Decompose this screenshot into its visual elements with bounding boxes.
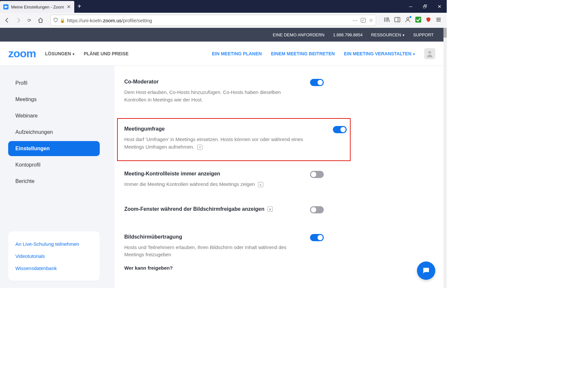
setting-screen-share: Bildschirmübertragung Hosts und Teilnehm… [124, 234, 327, 271]
browser-tab-strip: Meine Einstellungen - Zoom ✕ + ─ 🗗 ✕ [0, 0, 447, 13]
setting-desc: Dem Host erlauben, Co-Hosts hinzuzufügen… [124, 89, 297, 103]
forward-button[interactable] [14, 16, 23, 25]
page-viewport: EINE DEMO ANFORDERN 1.888.799.8854 RESSO… [0, 28, 443, 288]
sidebar-icon[interactable] [394, 17, 400, 24]
chat-button[interactable] [417, 261, 435, 280]
request-demo-link[interactable]: EINE DEMO ANFORDERN [273, 32, 324, 37]
toggle-toolbar[interactable] [310, 171, 324, 178]
sidebar-item-recordings[interactable]: Aufzeichnungen [8, 125, 100, 140]
setting-co-moderator: Co-Moderator Dem Host erlauben, Co-Hosts… [124, 79, 327, 103]
url-text: https://uni-koeln.zoom.us/profile/settin… [67, 18, 351, 23]
back-button[interactable] [3, 16, 12, 25]
help-icon[interactable]: v [268, 207, 273, 212]
settings-panel: Co-Moderator Dem Host erlauben, Co-Hosts… [114, 66, 443, 288]
home-button[interactable] [36, 16, 45, 25]
window-controls: ─ 🗗 ✕ [404, 0, 447, 13]
main-nav: zoom LÖSUNGEN PLÄNE UND PREISE EIN MEETI… [0, 42, 443, 66]
sidebar-item-reports[interactable]: Berichte [8, 174, 100, 189]
setting-toolbar: Meeting-Kontrollleiste immer anzeigen Im… [124, 171, 327, 188]
lock-icon[interactable]: 🔒 [60, 18, 65, 23]
phone-link[interactable]: 1.888.799.8854 [333, 32, 362, 37]
shield-icon[interactable] [53, 18, 58, 23]
sidebar-item-meetings[interactable]: Meetings [8, 92, 100, 107]
setting-desc: Host darf 'Umfragen' in Meetings einsetz… [124, 136, 320, 151]
account-icon[interactable] [405, 17, 411, 24]
setting-desc: Immer die Meeting Kontrollen während des… [124, 181, 297, 188]
close-window-button[interactable]: ✕ [432, 0, 447, 13]
zoom-favicon [3, 4, 9, 9]
minimize-button[interactable]: ─ [404, 0, 418, 13]
toggle-polling[interactable] [333, 126, 347, 133]
setting-show-window: Zoom-Fenster während der Bildschirmfreig… [124, 206, 327, 216]
maximize-button[interactable]: 🗗 [418, 0, 432, 13]
help-knowledge-base[interactable]: Wissensdatenbank [15, 262, 93, 274]
bookmark-icon[interactable]: ☆ [369, 17, 373, 23]
browser-tab[interactable]: Meine Einstellungen - Zoom ✕ [0, 1, 74, 13]
svg-rect-0 [5, 6, 6, 8]
setting-title: Co-Moderator [124, 79, 297, 85]
help-video-tutorials[interactable]: Videotutorials [15, 250, 93, 262]
setting-desc: Hosts und Teilnehmern erlauben, ihren Bi… [124, 244, 297, 259]
reader-icon[interactable]: ✓ [361, 18, 366, 23]
nav-solutions[interactable]: LÖSUNGEN [45, 51, 75, 56]
profile-avatar[interactable] [424, 48, 435, 59]
url-bar[interactable]: 🔒 https://uni-koeln.zoom.us/profile/sett… [50, 15, 376, 26]
help-icon[interactable]: v [258, 182, 263, 187]
sidebar-item-account[interactable]: Kontoprofil [8, 157, 100, 172]
sidebar-item-settings[interactable]: Einstellungen [8, 141, 100, 156]
svg-point-8 [407, 17, 409, 20]
toggle-co-moderator[interactable] [310, 79, 324, 86]
reload-button[interactable]: ⟳ [25, 16, 34, 25]
security-icon[interactable] [426, 17, 431, 24]
url-more-icon[interactable]: ⋯ [353, 17, 357, 23]
nav-schedule[interactable]: EIN MEETING PLANEN [212, 51, 262, 56]
help-icon[interactable]: v [197, 145, 202, 150]
setting-title: Zoom-Fenster während der Bildschirmfreig… [124, 206, 297, 212]
sidebar-item-webinars[interactable]: Webinare [8, 108, 100, 123]
new-tab-button[interactable]: + [74, 0, 85, 13]
toggle-show-window[interactable] [310, 206, 324, 213]
nav-host[interactable]: EIN MEETING VERANSTALTEN [344, 51, 415, 56]
browser-toolbar [381, 17, 444, 24]
setting-title: Meeting-Kontrollleiste immer anzeigen [124, 171, 297, 177]
setting-subquestion: Wer kann freigeben? [124, 265, 297, 271]
privacy-icon[interactable] [415, 17, 421, 24]
close-tab-icon[interactable]: ✕ [67, 4, 71, 10]
setting-title: Meetingumfrage [124, 126, 320, 132]
svg-marker-1 [6, 6, 7, 8]
library-icon[interactable] [384, 17, 390, 24]
browser-navbar: ⟳ 🔒 https://uni-koeln.zoom.us/profile/se… [0, 13, 447, 28]
support-link[interactable]: SUPPORT [413, 32, 434, 37]
resources-dropdown[interactable]: RESSOURCEN [371, 32, 405, 37]
nav-plans[interactable]: PLÄNE UND PREISE [84, 51, 129, 56]
nav-join[interactable]: EINEM MEETING BEITRETEN [271, 51, 335, 56]
setting-polling: Meetingumfrage Host darf 'Umfragen' in M… [117, 118, 351, 161]
menu-icon[interactable] [436, 17, 441, 24]
sidebar: Profil Meetings Webinare Aufzeichnungen … [0, 66, 114, 288]
page-scrollbar[interactable] [443, 28, 447, 288]
zoom-logo[interactable]: zoom [8, 47, 36, 60]
sidebar-item-profile[interactable]: Profil [8, 76, 100, 91]
svg-point-13 [428, 51, 431, 53]
scrollbar-thumb[interactable] [443, 28, 447, 38]
toggle-screen-share[interactable] [310, 234, 324, 241]
help-live-training[interactable]: An Live-Schulung teilnehmen [15, 238, 93, 250]
svg-rect-9 [415, 17, 421, 23]
tab-title: Meine Einstellungen - Zoom [11, 5, 64, 9]
setting-title: Bildschirmübertragung [124, 234, 297, 240]
svg-line-5 [388, 17, 389, 22]
svg-rect-6 [395, 17, 400, 22]
utility-bar: EINE DEMO ANFORDERN 1.888.799.8854 RESSO… [0, 28, 443, 42]
sidebar-help-card: An Live-Schulung teilnehmen Videotutoria… [8, 231, 100, 281]
